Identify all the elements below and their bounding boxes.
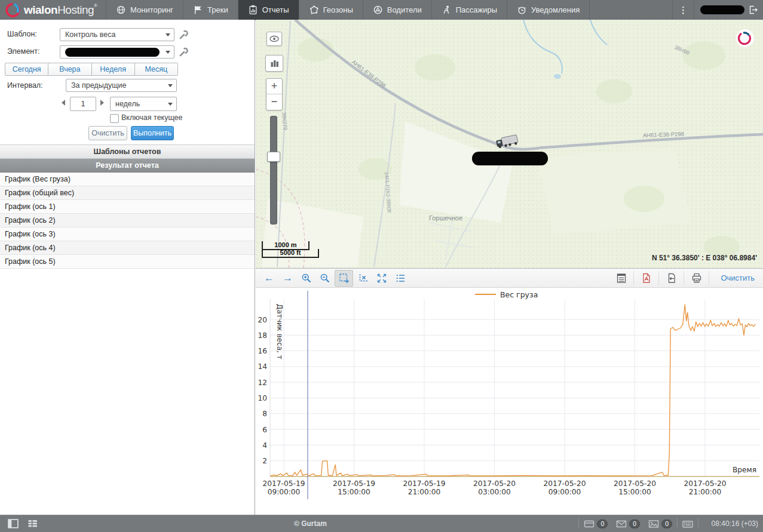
user-menu[interactable] <box>700 5 758 15</box>
chart-zoom-restore-button[interactable] <box>354 270 372 286</box>
result-item-2[interactable]: График (ось 1) <box>0 200 255 214</box>
brand-name: wialon <box>24 4 57 17</box>
top-nav: wialon Hosting ® МониторингТрекиОтчетыГе… <box>0 0 763 20</box>
legend-label: Вес груза <box>500 290 538 299</box>
chart-zoom-out-button[interactable] <box>316 270 333 286</box>
nav-item-reports[interactable]: Отчеты <box>238 0 299 20</box>
chart-forward-button[interactable]: → <box>279 270 296 286</box>
map-canvas[interactable]: АН61-Е38-Р298 АН61-Е38-Р298 38К279 1401-… <box>256 20 763 268</box>
brand-logo[interactable]: wialon Hosting ® <box>0 0 106 20</box>
nav-item-notifications[interactable]: Уведомления <box>507 0 590 20</box>
result-item-6[interactable]: График (ось 5) <box>0 255 255 269</box>
date-tab-today[interactable]: Сегодня <box>5 63 48 76</box>
nav-right: ⋮ <box>672 0 763 20</box>
unit-map-label-redacted <box>472 152 548 165</box>
result-item-0[interactable]: График (Вес груза) <box>0 173 255 186</box>
export-file-button[interactable] <box>663 270 680 286</box>
chart-panel: ← → <box>256 268 763 515</box>
include-current-checkbox[interactable] <box>110 114 119 123</box>
photo-icon <box>648 519 659 529</box>
date-tab-month[interactable]: Месяц <box>135 63 178 76</box>
weight-chart[interactable]: Вес груза Датчик веса, т Время 2017-05-1… <box>256 288 763 515</box>
template-select-value: Контроль веса <box>65 30 115 39</box>
unit-select[interactable] <box>60 45 174 59</box>
include-current-label: Включая текущее <box>121 113 183 122</box>
logout-icon <box>748 5 758 15</box>
date-tab-week[interactable]: Неделя <box>92 63 135 76</box>
chart-legend-button[interactable] <box>391 270 409 286</box>
interval-count-input[interactable] <box>70 97 96 111</box>
current-time: 08:40:16 (+03) <box>703 519 758 528</box>
chart-fit-screen-button[interactable] <box>373 270 390 286</box>
report-result-header[interactable]: Результат отчета <box>0 159 255 173</box>
interval-type-select[interactable]: За предыдущие <box>66 79 177 92</box>
template-settings-wrench-icon[interactable] <box>179 29 189 40</box>
geofences-icon <box>309 5 319 15</box>
unit-settings-wrench-icon[interactable] <box>179 47 189 57</box>
reports-icon <box>248 5 258 15</box>
unit-label: Элемент: <box>7 47 39 56</box>
zoom-in-button[interactable]: + <box>266 79 282 94</box>
interval-unit-select[interactable]: недель <box>110 97 177 111</box>
export-pdf-button[interactable] <box>638 270 655 286</box>
toggle-left-panel-icon[interactable] <box>7 518 20 529</box>
template-select[interactable]: Контроль веса <box>60 28 174 41</box>
counter-photo[interactable]: 0 <box>648 519 672 529</box>
counter-mail[interactable]: 0 <box>616 519 640 529</box>
counter-badge: 0 <box>597 519 608 528</box>
y-tick-label: 4 <box>262 441 267 450</box>
map-town-label: Горшечное <box>429 214 462 222</box>
eye-icon <box>269 34 280 44</box>
nav-item-label: Геозоны <box>323 5 353 14</box>
report-templates-header[interactable]: Шаблоны отчетов <box>0 144 255 159</box>
notifications-icon <box>517 5 527 15</box>
result-item-5[interactable]: График (ось 4) <box>0 241 255 255</box>
marquee-zoom-icon <box>339 273 350 284</box>
export-file-icon <box>666 273 677 284</box>
zoom-slider-handle[interactable] <box>267 152 280 162</box>
arrow-right-icon: → <box>283 273 293 283</box>
statusbar-right: 000 08:40:16 (+03) <box>578 518 758 529</box>
chart-zoom-in-button[interactable] <box>298 270 315 286</box>
chart-clear-button[interactable]: Очистить <box>712 273 763 282</box>
chart-back-button[interactable]: ← <box>261 270 278 286</box>
visibility-eye-button[interactable] <box>266 32 282 46</box>
clear-button[interactable]: Очистить <box>88 126 127 140</box>
caret-down-icon <box>166 33 170 36</box>
zoom-out-button[interactable]: − <box>266 94 282 109</box>
nav-item-monitoring[interactable]: Мониторинг <box>106 0 183 20</box>
result-item-4[interactable]: График (ось 3) <box>0 227 255 241</box>
chart-toolbar: ← → <box>256 269 763 288</box>
interval-decrement-arrow[interactable] <box>62 100 65 106</box>
drivers-icon <box>373 5 383 15</box>
chart-area-zoom-button[interactable] <box>335 270 353 287</box>
nav-item-tracks[interactable]: Треки <box>183 0 238 20</box>
interval-increment-arrow[interactable] <box>100 100 104 106</box>
nav-item-drivers[interactable]: Водители <box>363 0 432 20</box>
export-table-button[interactable] <box>612 270 630 286</box>
passengers-icon <box>442 5 452 15</box>
date-tab-yesterday[interactable]: Вчера <box>48 63 91 76</box>
zoom-slider-track[interactable] <box>270 116 277 225</box>
more-menu-button[interactable]: ⋮ <box>672 0 694 20</box>
counter-badge: 0 <box>629 519 640 528</box>
unit-value-redacted <box>65 48 160 57</box>
nav-item-geofences[interactable]: Геозоны <box>299 0 363 20</box>
result-item-1[interactable]: График (общий вес) <box>0 186 255 200</box>
y-tick-label: 14 <box>258 362 267 371</box>
nav-item-passengers[interactable]: Пассажиры <box>432 0 507 20</box>
nav-item-label: Треки <box>207 5 228 14</box>
execute-button[interactable]: Выполнить <box>131 126 174 140</box>
caret-down-icon <box>166 51 170 54</box>
counter-card[interactable]: 0 <box>584 519 608 529</box>
status-bar: © Gurtam 000 08:40:16 (+03) <box>0 515 763 532</box>
y-tick-label: 12 <box>258 379 267 387</box>
result-item-3[interactable]: График (ось 2) <box>0 214 255 227</box>
magnifier-minus-icon <box>320 273 330 284</box>
map-layers-button[interactable] <box>265 55 283 72</box>
print-button[interactable] <box>688 270 705 286</box>
x-tick-label: 2017-05-1909:00:00 <box>263 479 305 496</box>
bottom-panel-list-icon[interactable] <box>26 518 39 529</box>
keyboard-icon[interactable] <box>682 519 693 529</box>
map-provider-logo <box>736 29 754 47</box>
